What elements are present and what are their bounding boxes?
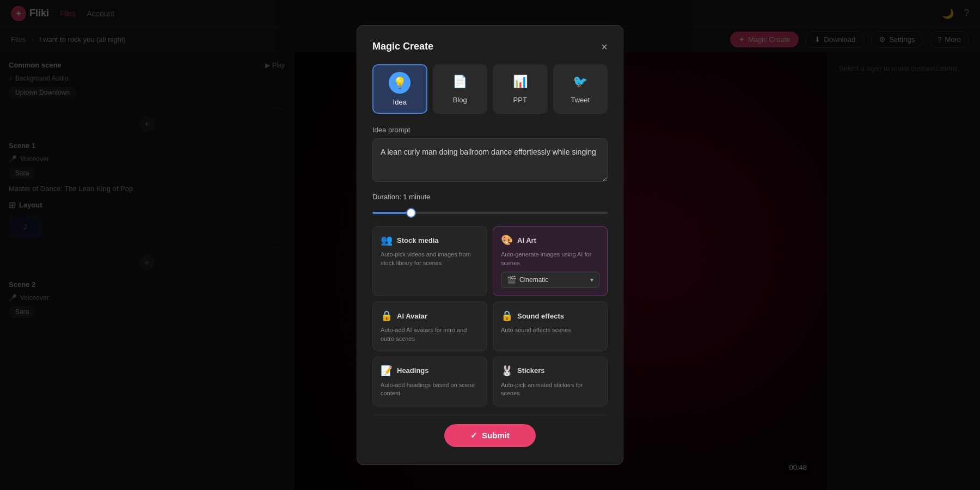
option-headings[interactable]: 📝 Headings Auto-add headings based on sc…: [372, 357, 487, 406]
stock-media-header: 👥 Stock media: [381, 234, 479, 246]
submit-bar: ✓ Submit: [372, 415, 608, 449]
option-stock-media[interactable]: 👥 Stock media Auto-pick videos and image…: [372, 226, 487, 296]
type-tabs: 💡 Idea 📄 Blog 📊 PPT 🐦 Tweet: [372, 64, 608, 114]
idea-icon: 💡: [389, 72, 411, 94]
blog-icon: 📄: [450, 72, 470, 91]
magic-create-modal: Magic Create × 💡 Idea 📄 Blog 📊 PPT 🐦 Twe…: [357, 25, 623, 464]
stickers-icon: 🐰: [501, 365, 513, 377]
modal-overlay[interactable]: Magic Create × 💡 Idea 📄 Blog 📊 PPT 🐦 Twe…: [0, 0, 980, 490]
style-label: Cinematic: [519, 276, 548, 284]
tab-idea[interactable]: 💡 Idea: [372, 64, 427, 114]
submit-label: Submit: [482, 431, 510, 440]
ai-avatar-title: AI Avatar: [397, 312, 427, 320]
stock-media-desc: Auto-pick videos and images from stock l…: [381, 250, 479, 267]
submit-check-icon: ✓: [470, 431, 477, 440]
headings-icon: 📝: [381, 365, 393, 377]
style-dropdown-wrap: 🎬 Cinematic ▾: [501, 272, 599, 288]
modal-close-button[interactable]: ×: [601, 41, 608, 52]
sound-effects-header: 🔒 Sound effects: [501, 310, 599, 322]
option-ai-avatar[interactable]: 🔒 AI Avatar Auto-add AI avatars for intr…: [372, 302, 487, 351]
idea-prompt-textarea[interactable]: A lean curly man doing ballroom dance ef…: [372, 138, 608, 182]
cinematic-icon: 🎬: [507, 275, 516, 284]
headings-desc: Auto-add headings based on scene content: [381, 381, 479, 398]
headings-header: 📝 Headings: [381, 365, 479, 377]
tab-blog[interactable]: 📄 Blog: [433, 64, 488, 114]
option-ai-art[interactable]: 🎨 AI Art Auto-generate images using AI f…: [493, 226, 608, 296]
ai-avatar-desc: Auto-add AI avatars for intro and outro …: [381, 326, 479, 343]
stickers-title: Stickers: [517, 366, 545, 375]
ppt-icon: 📊: [510, 72, 530, 91]
modal-header: Magic Create ×: [372, 41, 608, 52]
ai-art-title: AI Art: [517, 236, 536, 244]
ai-art-icon: 🎨: [501, 234, 513, 246]
stock-media-icon: 👥: [381, 234, 393, 246]
option-sound-effects[interactable]: 🔒 Sound effects Auto sound effects scene…: [493, 302, 608, 351]
duration-label: Duration: 1 minute: [372, 193, 608, 201]
tab-idea-label: Idea: [393, 98, 407, 106]
sound-effects-title: Sound effects: [517, 312, 564, 320]
dropdown-chevron-icon: ▾: [590, 276, 593, 284]
stickers-header: 🐰 Stickers: [501, 365, 599, 377]
submit-button[interactable]: ✓ Submit: [444, 424, 536, 447]
style-dropdown-button[interactable]: 🎬 Cinematic ▾: [501, 272, 599, 288]
idea-prompt-label: Idea prompt: [372, 126, 608, 134]
tab-ppt[interactable]: 📊 PPT: [493, 64, 548, 114]
tab-tweet[interactable]: 🐦 Tweet: [553, 64, 608, 114]
ai-avatar-lock-icon: 🔒: [381, 310, 393, 322]
tweet-icon: 🐦: [571, 72, 590, 91]
tab-blog-label: Blog: [453, 96, 467, 104]
ai-avatar-header: 🔒 AI Avatar: [381, 310, 479, 322]
duration-slider[interactable]: [372, 212, 608, 214]
modal-title: Magic Create: [372, 41, 433, 52]
options-grid: 👥 Stock media Auto-pick videos and image…: [372, 226, 608, 406]
sound-effects-desc: Auto sound effects scenes: [501, 326, 599, 334]
tab-ppt-label: PPT: [513, 96, 527, 104]
tab-tweet-label: Tweet: [571, 96, 590, 104]
ai-art-desc: Auto-generate images using AI for scenes: [501, 250, 599, 267]
stock-media-title: Stock media: [397, 236, 439, 244]
duration-slider-wrap: [372, 206, 608, 216]
sound-effects-lock-icon: 🔒: [501, 310, 513, 322]
stickers-desc: Auto-pick animated stickers for scenes: [501, 381, 599, 398]
option-stickers[interactable]: 🐰 Stickers Auto-pick animated stickers f…: [493, 357, 608, 406]
ai-art-header: 🎨 AI Art: [501, 234, 599, 246]
headings-title: Headings: [397, 366, 429, 375]
